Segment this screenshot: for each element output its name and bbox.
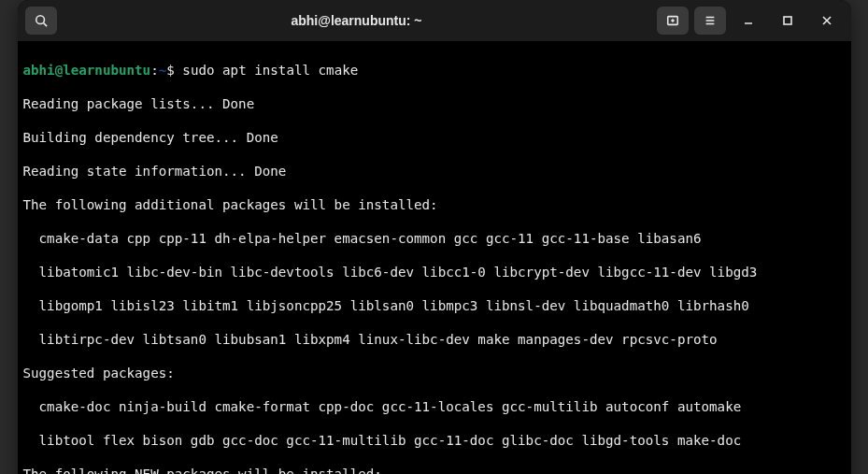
terminal-window: abhi@learnubuntu: ~ abhi@learnubuntu:~$ … bbox=[18, 0, 851, 474]
prompt-path: ~ bbox=[159, 63, 167, 78]
output-line: The following additional packages will b… bbox=[23, 196, 844, 213]
svg-line-1 bbox=[43, 23, 47, 27]
terminal-body[interactable]: abhi@learnubuntu:~$ sudo apt install cma… bbox=[18, 41, 851, 474]
close-button[interactable] bbox=[810, 7, 844, 35]
output-line: cmake-doc ninja-build cmake-format cpp-d… bbox=[23, 398, 844, 415]
svg-rect-9 bbox=[784, 17, 791, 24]
output-line: Building dependency tree... Done bbox=[23, 129, 844, 146]
maximize-button[interactable] bbox=[771, 7, 804, 35]
prompt-line: abhi@learnubuntu:~$ sudo apt install cma… bbox=[23, 62, 844, 79]
output-line: Reading state information... Done bbox=[23, 163, 844, 180]
output-line: The following NEW packages will be insta… bbox=[23, 466, 844, 474]
svg-point-0 bbox=[36, 16, 44, 24]
titlebar: abhi@learnubuntu: ~ bbox=[18, 0, 851, 41]
output-line: libgomp1 libisl23 libitm1 libjsoncpp25 l… bbox=[23, 297, 844, 314]
prompt-separator: : bbox=[150, 63, 159, 78]
command-text: sudo apt install cmake bbox=[182, 63, 358, 78]
hamburger-menu-button[interactable] bbox=[694, 7, 726, 35]
window-title: abhi@learnubuntu: ~ bbox=[63, 13, 651, 28]
output-line: Reading package lists... Done bbox=[23, 95, 844, 112]
minimize-button[interactable] bbox=[732, 7, 765, 35]
new-tab-button[interactable] bbox=[657, 7, 689, 35]
search-button[interactable] bbox=[25, 7, 57, 35]
output-line: libatomic1 libc-dev-bin libc-devtools li… bbox=[23, 264, 844, 280]
prompt-user-host: abhi@learnubuntu bbox=[23, 63, 151, 78]
output-line: libtool flex bison gdb gcc-doc gcc-11-mu… bbox=[23, 432, 844, 449]
output-line: libtirpc-dev libtsan0 libubsan1 libxpm4 … bbox=[23, 331, 844, 348]
prompt-symbol: $ bbox=[166, 63, 175, 78]
output-line: Suggested packages: bbox=[23, 365, 844, 381]
output-line: cmake-data cpp cpp-11 dh-elpa-helper ema… bbox=[23, 230, 844, 247]
